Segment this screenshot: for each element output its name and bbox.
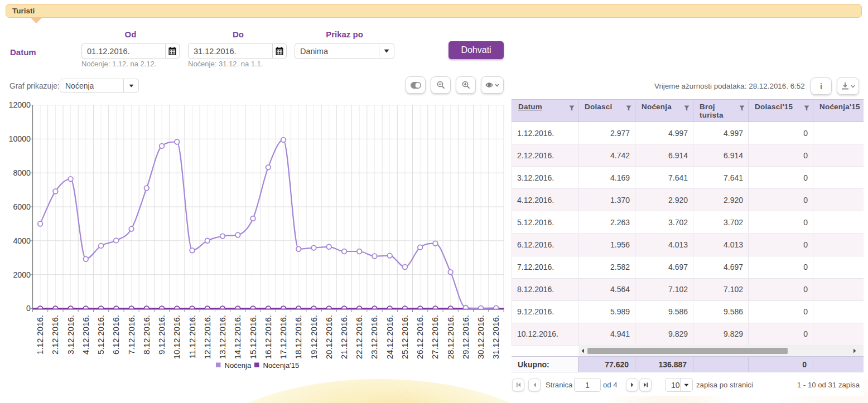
svg-text:26.12.2016.: 26.12.2016. xyxy=(415,315,425,359)
svg-text:12000: 12000 xyxy=(9,100,31,109)
svg-text:21.12.2016.: 21.12.2016. xyxy=(339,315,349,359)
svg-text:3.12.2016.: 3.12.2016. xyxy=(66,315,75,355)
svg-text:13.12.2016.: 13.12.2016. xyxy=(218,315,227,359)
svg-text:2.12.2016.: 2.12.2016. xyxy=(50,315,60,355)
svg-text:4.12.2016.: 4.12.2016. xyxy=(81,315,90,355)
svg-text:25.12.2016.: 25.12.2016. xyxy=(400,315,409,359)
svg-text:1.12.2016.: 1.12.2016. xyxy=(35,315,45,355)
svg-text:10.12.2016.: 10.12.2016. xyxy=(172,315,181,359)
svg-text:30.12.2016.: 30.12.2016. xyxy=(476,315,485,359)
svg-text:4000: 4000 xyxy=(13,236,31,245)
svg-text:29.12.2016.: 29.12.2016. xyxy=(461,315,470,359)
svg-text:16.12.2016.: 16.12.2016. xyxy=(263,315,273,359)
svg-text:24.12.2016.: 24.12.2016. xyxy=(385,315,394,359)
svg-text:Noćenja: Noćenja xyxy=(225,361,252,370)
svg-text:28.12.2016.: 28.12.2016. xyxy=(446,315,455,359)
svg-text:15.12.2016.: 15.12.2016. xyxy=(248,315,258,359)
svg-text:27.12.2016.: 27.12.2016. xyxy=(430,315,440,359)
svg-text:11.12.2016.: 11.12.2016. xyxy=(187,315,197,358)
svg-text:14.12.2016.: 14.12.2016. xyxy=(233,315,242,359)
svg-text:8000: 8000 xyxy=(13,168,31,177)
svg-text:18.12.2016.: 18.12.2016. xyxy=(293,315,303,359)
svg-text:Noćenja'15: Noćenja'15 xyxy=(263,361,300,370)
svg-text:7.12.2016.: 7.12.2016. xyxy=(127,315,136,355)
svg-text:31.12.2016.: 31.12.2016. xyxy=(491,315,500,359)
svg-text:5.12.2016.: 5.12.2016. xyxy=(96,315,105,355)
svg-text:0: 0 xyxy=(26,304,31,313)
svg-text:10000: 10000 xyxy=(9,134,31,143)
svg-text:6.12.2016.: 6.12.2016. xyxy=(111,315,120,355)
svg-text:8.12.2016.: 8.12.2016. xyxy=(142,315,151,355)
svg-text:9.12.2016.: 9.12.2016. xyxy=(157,315,166,355)
svg-text:17.12.2016.: 17.12.2016. xyxy=(278,315,288,359)
svg-text:20.12.2016.: 20.12.2016. xyxy=(324,315,334,359)
svg-text:19.12.2016.: 19.12.2016. xyxy=(309,315,319,359)
svg-text:12.12.2016.: 12.12.2016. xyxy=(202,315,212,359)
svg-text:22.12.2016.: 22.12.2016. xyxy=(354,315,364,359)
svg-text:6000: 6000 xyxy=(13,202,31,211)
svg-text:2000: 2000 xyxy=(13,270,31,279)
svg-text:23.12.2016.: 23.12.2016. xyxy=(369,315,379,359)
